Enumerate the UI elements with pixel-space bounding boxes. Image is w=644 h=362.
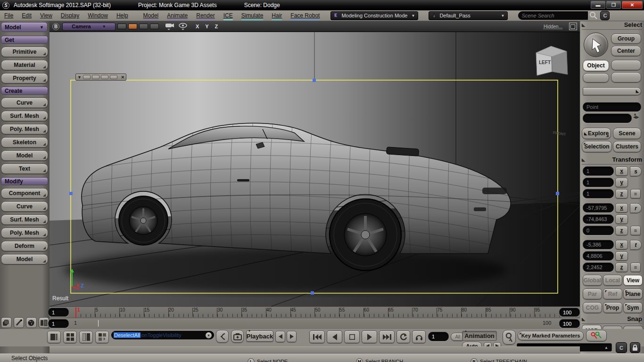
viewport-memo-slot-2[interactable] — [128, 24, 137, 29]
module-menu-face-robot[interactable]: Face Robot — [290, 12, 320, 20]
viewport-memo-slot-4[interactable] — [150, 24, 159, 29]
transform-r-x-axis-button[interactable]: x — [615, 203, 628, 213]
create-model-button[interactable]: Model — [1, 150, 48, 161]
viewport-display-mode-dropdown[interactable]: Hidden... — [544, 24, 562, 29]
camera-icon[interactable] — [165, 22, 175, 31]
selection-button[interactable]: Selection — [582, 141, 612, 152]
pass-dropdown[interactable]: Default_Pass▼ — [429, 11, 508, 20]
transform-t-link-icon[interactable]: ≡ — [630, 263, 641, 272]
lock-icon[interactable] — [630, 342, 640, 353]
select-filter-button-2[interactable] — [583, 73, 609, 82]
mark-keys-button[interactable] — [586, 330, 607, 341]
transform-t-x-value[interactable]: -5,386 — [583, 240, 614, 249]
selection-spinner[interactable]: ▲◀▶ — [633, 113, 639, 119]
restore-button[interactable]: ❐ — [606, 1, 621, 9]
menu-window[interactable]: Window — [88, 12, 108, 19]
select-arrow-tool-button[interactable] — [584, 33, 608, 57]
transform-r-tool-button[interactable]: r — [630, 203, 642, 213]
combo-dropdown-icon[interactable]: ▼ — [206, 332, 212, 338]
stop-button[interactable] — [344, 330, 360, 343]
key-marked-parameters-button[interactable]: Key Marked Parameters — [518, 331, 584, 340]
transform-r-link-icon[interactable]: ≡ — [630, 226, 641, 235]
get-primitive-button[interactable]: Primitive — [1, 47, 48, 57]
transform-mode-prop-button[interactable]: Prop — [603, 302, 622, 313]
module-menu-render[interactable]: Render — [196, 12, 215, 20]
scene-button[interactable]: Scene — [613, 128, 641, 139]
viewport-b-button[interactable]: B — [52, 23, 59, 30]
select-object-button[interactable]: Object — [583, 60, 609, 71]
transform-mode-global-button[interactable]: Global — [583, 275, 602, 286]
viewport-memo-slot-1[interactable] — [117, 24, 126, 29]
menu-view[interactable]: View — [40, 12, 52, 19]
module-menu-animate[interactable]: Animate — [167, 12, 188, 20]
transform-t-x-axis-button[interactable]: x — [615, 240, 628, 249]
search-icon[interactable] — [589, 11, 598, 20]
transform-s-z-axis-button[interactable]: z — [615, 189, 628, 198]
transform-mode-plane-button[interactable]: Plane — [623, 288, 643, 299]
menu-help[interactable]: Help — [116, 12, 128, 19]
transform-s-y-axis-button[interactable]: y — [615, 178, 628, 187]
go-to-last-frame-button[interactable] — [379, 330, 395, 343]
create-poly-mesh-button[interactable]: Poly. Mesh — [1, 124, 48, 134]
viewport-camera-dropdown[interactable]: Camera▼ — [62, 23, 116, 31]
search-clear-button[interactable]: C — [600, 11, 610, 20]
transform-t-z-axis-button[interactable]: z — [615, 263, 628, 272]
toolbar-module-dropdown[interactable]: Model▼ — [1, 22, 48, 32]
clear-marked-button[interactable]: C — [616, 342, 627, 353]
viewport-axis-toggles[interactable]: X Y Z — [196, 24, 220, 29]
transform-t-z-value[interactable]: 2,2452 — [583, 263, 614, 272]
script-editor-icon[interactable] — [216, 330, 229, 343]
create-skeleton-button[interactable]: Skeleton — [1, 137, 48, 148]
transform-mode-view-button[interactable]: View — [623, 275, 643, 286]
menu-file[interactable]: File — [4, 12, 13, 19]
get-property-button[interactable]: Property — [1, 73, 48, 83]
step-back-button[interactable] — [275, 331, 285, 342]
transform-s-y-value[interactable]: 1 — [583, 178, 614, 187]
range-end-field[interactable]: 100 — [559, 319, 580, 328]
first-aid-kit-icon[interactable] — [231, 330, 244, 343]
layers-icon[interactable] — [1, 317, 12, 328]
close-button[interactable]: ✕ — [622, 1, 643, 9]
menu-display[interactable]: Display — [61, 12, 79, 19]
layout-custom-view-button[interactable] — [95, 331, 109, 343]
transform-mode-ref-button[interactable]: Ref — [603, 288, 622, 299]
select-filter-button-1[interactable] — [611, 60, 641, 70]
go-to-first-frame-button[interactable] — [309, 330, 325, 343]
module-menu-model[interactable]: Model — [143, 12, 159, 20]
timeline-start-field[interactable]: 1 — [48, 308, 69, 317]
modify-model-button[interactable]: Model — [1, 254, 48, 264]
minimize-button[interactable]: ▬ — [591, 1, 605, 9]
brush-tool-icon[interactable] — [14, 317, 25, 328]
transform-mode-local-button[interactable]: Local — [603, 275, 622, 286]
eye-visibility-icon[interactable] — [178, 22, 189, 31]
select-filter-dropdown[interactable]: ◣ — [583, 87, 641, 95]
layout-two-view-button[interactable] — [79, 331, 93, 343]
transform-t-tool-button[interactable]: t — [630, 240, 642, 250]
step-forward-button[interactable] — [287, 331, 297, 342]
audio-mute-icon[interactable] — [412, 330, 426, 343]
transform-r-y-value[interactable]: -74,8463 — [583, 214, 614, 224]
modify-poly-mesh-button[interactable]: Poly. Mesh — [1, 228, 48, 238]
palette-icon[interactable] — [26, 317, 37, 328]
transform-t-y-value[interactable]: 4,8806 — [583, 251, 614, 261]
modify-curve-button[interactable]: Curve — [1, 201, 48, 212]
previous-frame-button[interactable] — [327, 330, 342, 343]
module-menu-simulate[interactable]: Simulate — [241, 12, 264, 20]
transform-r-z-value[interactable]: 0 — [583, 226, 614, 235]
create-curve-button[interactable]: Curve — [1, 98, 48, 108]
select-group-button[interactable]: Group — [611, 33, 641, 44]
viewport-maximize-icon[interactable] — [569, 23, 577, 30]
transform-mode-sym-button[interactable]: Sym — [623, 302, 643, 313]
viewport-3d[interactable]: LEFT FRONT X Z ▼ ✕ Result — [50, 32, 580, 306]
transform-mode-par-button[interactable]: Par — [583, 288, 602, 299]
loop-button[interactable] — [396, 330, 410, 343]
viewport-memo-slot-3[interactable] — [139, 24, 148, 29]
timeline-end-field[interactable]: 100 — [559, 308, 580, 317]
transform-r-x-value[interactable]: -57,9795 — [583, 203, 614, 213]
animation-dropdown[interactable]: Animation — [462, 331, 497, 341]
current-frame-field[interactable]: 1 — [428, 332, 449, 341]
point-filter-field[interactable]: Point — [583, 102, 641, 112]
mini-toolbar-arrow-icon[interactable]: ▼ — [77, 75, 82, 80]
modify-surf-mesh-button[interactable]: Surf. Mesh — [1, 214, 48, 225]
play-button[interactable] — [362, 330, 377, 343]
